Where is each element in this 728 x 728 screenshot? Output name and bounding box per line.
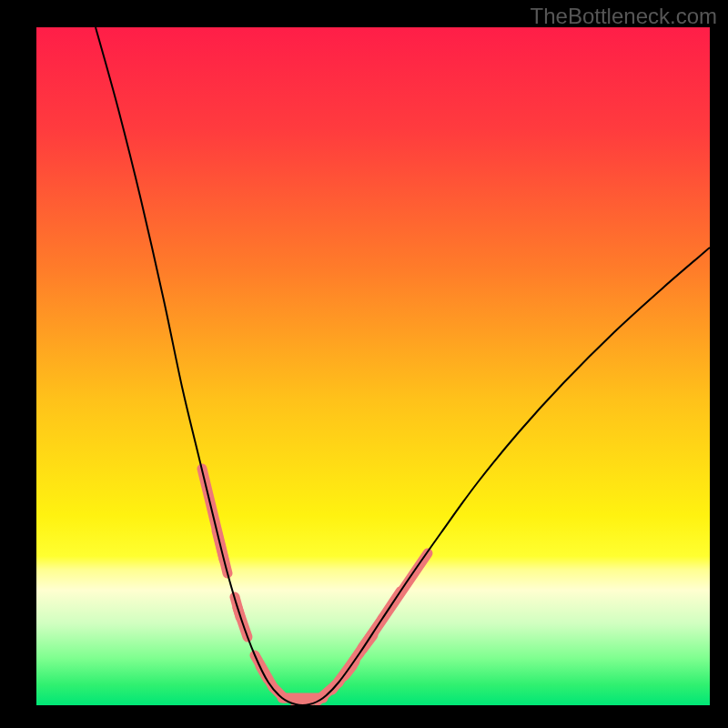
gradient-bg — [36, 27, 710, 705]
bottleneck-chart — [36, 27, 710, 705]
plot-area — [36, 27, 710, 705]
frame: TheBottleneck.com — [0, 0, 728, 728]
attribution-text: TheBottleneck.com — [531, 4, 717, 29]
